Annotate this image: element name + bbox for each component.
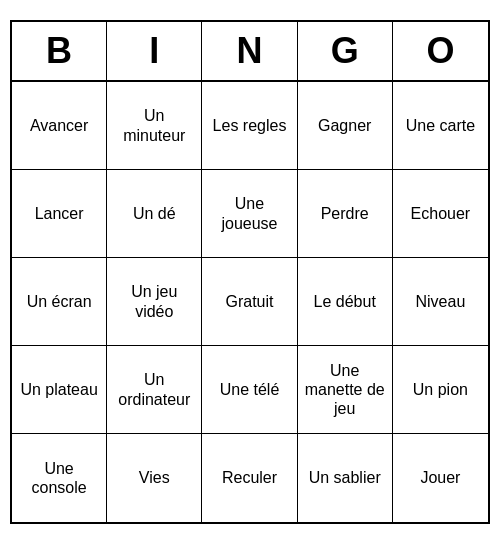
cell-14: Niveau bbox=[393, 258, 488, 346]
bingo-header: B I N G O bbox=[12, 22, 488, 82]
cell-text-21: Vies bbox=[139, 468, 170, 487]
cell-text-4: Une carte bbox=[406, 116, 475, 135]
cell-19: Un pion bbox=[393, 346, 488, 434]
cell-text-15: Un plateau bbox=[20, 380, 97, 399]
header-g: G bbox=[298, 22, 393, 80]
cell-text-12: Gratuit bbox=[225, 292, 273, 311]
cell-text-16: Un ordinateur bbox=[111, 370, 197, 408]
cell-text-23: Un sablier bbox=[309, 468, 381, 487]
cell-3: Gagner bbox=[298, 82, 393, 170]
bingo-card: B I N G O AvancerUn minuteurLes reglesGa… bbox=[10, 20, 490, 524]
cell-22: Reculer bbox=[202, 434, 297, 522]
cell-text-1: Un minuteur bbox=[111, 106, 197, 144]
cell-2: Les regles bbox=[202, 82, 297, 170]
cell-7: Une joueuse bbox=[202, 170, 297, 258]
cell-15: Un plateau bbox=[12, 346, 107, 434]
cell-11: Un jeu vidéo bbox=[107, 258, 202, 346]
header-i: I bbox=[107, 22, 202, 80]
cell-text-20: Une console bbox=[16, 459, 102, 497]
cell-text-6: Un dé bbox=[133, 204, 176, 223]
cell-13: Le début bbox=[298, 258, 393, 346]
cell-1: Un minuteur bbox=[107, 82, 202, 170]
cell-text-18: Une manette de jeu bbox=[302, 361, 388, 419]
bingo-grid: AvancerUn minuteurLes reglesGagnerUne ca… bbox=[12, 82, 488, 522]
cell-9: Echouer bbox=[393, 170, 488, 258]
cell-17: Une télé bbox=[202, 346, 297, 434]
cell-24: Jouer bbox=[393, 434, 488, 522]
cell-20: Une console bbox=[12, 434, 107, 522]
cell-text-5: Lancer bbox=[35, 204, 84, 223]
cell-4: Une carte bbox=[393, 82, 488, 170]
cell-12: Gratuit bbox=[202, 258, 297, 346]
cell-text-7: Une joueuse bbox=[206, 194, 292, 232]
cell-text-8: Perdre bbox=[321, 204, 369, 223]
cell-text-2: Les regles bbox=[213, 116, 287, 135]
cell-0: Avancer bbox=[12, 82, 107, 170]
cell-text-13: Le début bbox=[314, 292, 376, 311]
cell-text-17: Une télé bbox=[220, 380, 280, 399]
cell-text-9: Echouer bbox=[411, 204, 471, 223]
cell-text-11: Un jeu vidéo bbox=[111, 282, 197, 320]
cell-8: Perdre bbox=[298, 170, 393, 258]
header-b: B bbox=[12, 22, 107, 80]
header-n: N bbox=[202, 22, 297, 80]
cell-21: Vies bbox=[107, 434, 202, 522]
cell-23: Un sablier bbox=[298, 434, 393, 522]
cell-text-0: Avancer bbox=[30, 116, 88, 135]
cell-text-3: Gagner bbox=[318, 116, 371, 135]
cell-text-19: Un pion bbox=[413, 380, 468, 399]
cell-18: Une manette de jeu bbox=[298, 346, 393, 434]
cell-5: Lancer bbox=[12, 170, 107, 258]
cell-10: Un écran bbox=[12, 258, 107, 346]
cell-text-10: Un écran bbox=[27, 292, 92, 311]
cell-16: Un ordinateur bbox=[107, 346, 202, 434]
cell-text-14: Niveau bbox=[415, 292, 465, 311]
header-o: O bbox=[393, 22, 488, 80]
cell-6: Un dé bbox=[107, 170, 202, 258]
cell-text-24: Jouer bbox=[420, 468, 460, 487]
cell-text-22: Reculer bbox=[222, 468, 277, 487]
